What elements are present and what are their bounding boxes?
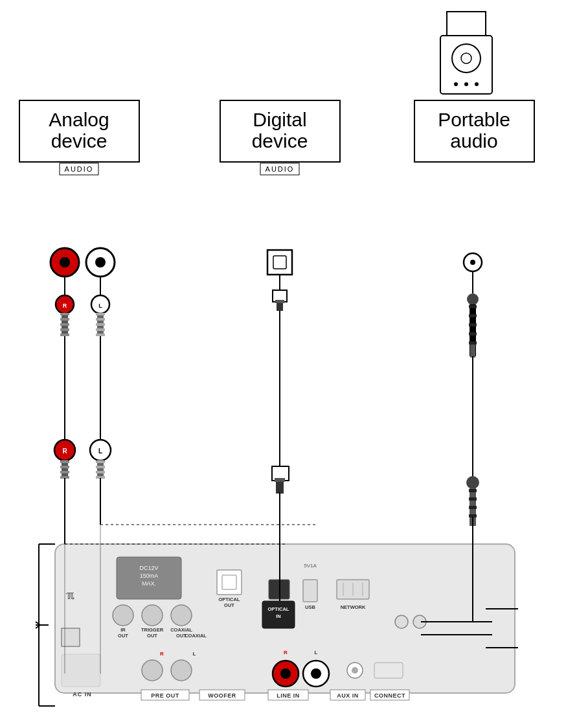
svg-rect-43	[277, 302, 283, 311]
rca-socket-white	[86, 248, 115, 277]
svg-rect-66	[60, 461, 69, 463]
svg-rect-51	[469, 323, 477, 326]
svg-text:ℼ: ℼ	[66, 589, 74, 602]
svg-rect-84	[469, 506, 477, 509]
svg-text:R: R	[284, 650, 288, 655]
coaxial-label: COAXIAL	[185, 633, 207, 639]
svg-rect-37	[96, 323, 105, 326]
svg-rect-115	[303, 580, 317, 602]
svg-rect-35	[96, 313, 105, 315]
svg-point-3	[461, 53, 471, 63]
svg-text:NETWORK: NETWORK	[341, 604, 366, 610]
svg-rect-39	[96, 334, 105, 336]
svg-text:L: L	[98, 302, 102, 309]
svg-point-4	[454, 82, 458, 86]
svg-rect-74	[96, 466, 105, 468]
svg-text:OUT: OUT	[118, 633, 128, 639]
svg-rect-67	[60, 466, 69, 468]
svg-rect-27	[60, 313, 69, 315]
svg-rect-44	[275, 300, 284, 303]
jack-plug-top	[467, 293, 479, 358]
svg-rect-83	[469, 497, 477, 501]
rca-plug-white-bottom: L	[90, 440, 111, 479]
svg-text:USB: USB	[305, 604, 315, 610]
svg-point-46	[470, 260, 475, 265]
optical-socket-top	[267, 250, 292, 275]
svg-point-128	[311, 668, 321, 679]
svg-rect-31	[60, 334, 69, 336]
svg-text:DC12V: DC12V	[139, 565, 158, 571]
svg-rect-104	[222, 575, 236, 589]
svg-rect-78	[276, 481, 284, 494]
svg-point-96	[171, 605, 192, 626]
svg-text:LINE IN: LINE IN	[277, 692, 300, 699]
svg-text:CONNECT: CONNECT	[374, 692, 405, 699]
svg-text:L: L	[315, 650, 318, 655]
receiver-back-panel: ℼ DC12V 150mA MAX. IR OUT TRIGGER OUT CO…	[55, 544, 518, 700]
svg-text:R: R	[62, 448, 67, 455]
rca-socket-red	[51, 248, 79, 277]
svg-point-132	[395, 615, 408, 628]
jack-socket-top	[464, 253, 482, 271]
svg-rect-0	[447, 12, 486, 38]
svg-text:AUX IN: AUX IN	[337, 692, 359, 699]
svg-rect-54	[470, 345, 475, 358]
rca-plug-red-bottom: R	[54, 440, 75, 479]
svg-text:R: R	[63, 302, 67, 309]
svg-point-109	[142, 660, 163, 681]
digital-device-label: Digital device AUDIO	[220, 100, 340, 175]
rca-plug-red: R	[56, 295, 74, 336]
svg-text:audio: audio	[450, 130, 497, 152]
svg-text:device: device	[51, 130, 108, 152]
svg-rect-89	[62, 654, 100, 687]
svg-rect-28	[60, 318, 69, 321]
svg-rect-41	[273, 256, 286, 269]
svg-rect-50	[469, 314, 477, 317]
svg-text:150mA: 150mA	[140, 573, 159, 579]
analog-device-label: Analog device AUDIO	[19, 100, 139, 175]
rca-plug-white: L	[91, 295, 109, 336]
portable-audio-label: Portable audio	[414, 100, 534, 162]
svg-text:OUT: OUT	[147, 633, 157, 639]
svg-text:5V1A: 5V1A	[304, 563, 317, 569]
svg-rect-73	[96, 461, 105, 463]
svg-rect-49	[469, 305, 477, 308]
svg-text:L: L	[193, 651, 196, 657]
svg-rect-131	[374, 663, 403, 678]
portable-device-icon	[440, 12, 492, 94]
svg-rect-75	[96, 471, 105, 473]
svg-rect-68	[60, 471, 69, 473]
svg-point-6	[475, 82, 479, 86]
svg-text:MAX.: MAX.	[142, 580, 156, 587]
svg-text:device: device	[252, 130, 308, 152]
svg-rect-52	[469, 332, 477, 336]
svg-point-5	[464, 82, 468, 86]
svg-rect-82	[469, 489, 477, 492]
svg-point-21	[60, 257, 70, 267]
svg-text:PRE OUT: PRE OUT	[151, 692, 179, 699]
svg-point-110	[171, 660, 192, 681]
svg-text:COAXIAL: COAXIAL	[170, 627, 192, 633]
svg-text:L: L	[98, 448, 102, 455]
svg-text:R: R	[160, 651, 164, 657]
svg-text:AUDIO: AUDIO	[266, 165, 295, 173]
svg-rect-30	[60, 328, 69, 331]
svg-rect-79	[275, 478, 285, 482]
svg-text:OUT: OUT	[224, 602, 234, 608]
svg-text:IR: IR	[120, 627, 126, 633]
svg-point-47	[467, 293, 479, 305]
svg-text:IN: IN	[276, 613, 281, 619]
svg-rect-53	[469, 341, 477, 345]
svg-point-80	[466, 476, 479, 489]
svg-text:TRIGGER: TRIGGER	[141, 627, 164, 633]
svg-rect-38	[96, 328, 105, 331]
optical-plug-top	[273, 290, 287, 311]
svg-point-23	[95, 257, 106, 267]
svg-point-94	[113, 605, 133, 626]
optical-plug-bottom	[272, 466, 289, 494]
svg-text:WOOFER: WOOFER	[208, 692, 236, 699]
svg-text:Analog: Analog	[49, 109, 109, 130]
svg-text:AC IN: AC IN	[73, 691, 92, 698]
svg-rect-36	[96, 318, 105, 321]
svg-text:Digital: Digital	[253, 109, 306, 130]
